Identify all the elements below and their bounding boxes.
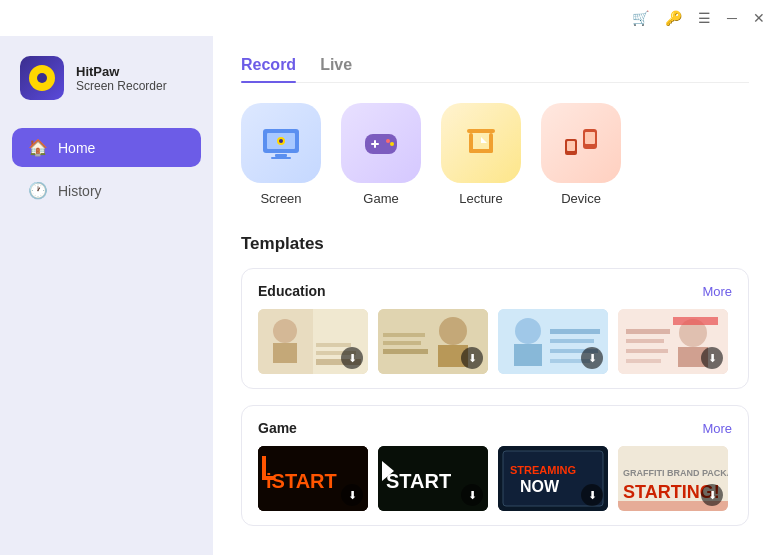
screen-icon — [259, 121, 303, 165]
game-thumb-1: iSTART ⬇ — [258, 446, 368, 511]
app-name: HitPaw — [76, 64, 167, 79]
template-card-education: Education More ⬇ — [241, 268, 749, 389]
svg-point-22 — [273, 319, 297, 343]
svg-rect-36 — [550, 329, 600, 334]
template-education-thumbs: ⬇ ⬇ — [258, 309, 732, 374]
svg-rect-37 — [550, 339, 594, 343]
svg-text:NOW: NOW — [520, 478, 560, 495]
game-download-3[interactable]: ⬇ — [581, 484, 603, 506]
edu-download-1[interactable]: ⬇ — [341, 347, 363, 369]
game-label: Game — [363, 191, 398, 206]
sidebar-logo: HitPaw Screen Recorder — [12, 56, 201, 100]
svg-rect-44 — [626, 339, 664, 343]
template-education-more[interactable]: More — [702, 284, 732, 299]
tab-bar: Record Live — [241, 56, 749, 83]
svg-rect-23 — [273, 343, 297, 363]
lecture-icon-wrap — [441, 103, 521, 183]
svg-rect-11 — [467, 129, 495, 133]
main-layout: HitPaw Screen Recorder 🏠 Home 🕐 History … — [0, 36, 777, 555]
sidebar-item-home[interactable]: 🏠 Home — [12, 128, 201, 167]
svg-rect-31 — [383, 341, 421, 345]
tab-record[interactable]: Record — [241, 56, 296, 82]
svg-point-34 — [515, 318, 541, 344]
game-icon-wrap — [341, 103, 421, 183]
svg-rect-14 — [469, 149, 493, 153]
svg-point-9 — [386, 139, 390, 143]
device-icon — [559, 121, 603, 165]
logo-text: HitPaw Screen Recorder — [76, 64, 167, 93]
svg-point-10 — [390, 142, 394, 146]
content-area: Record Live Screen — [213, 36, 777, 555]
sidebar: HitPaw Screen Recorder 🏠 Home 🕐 History — [0, 36, 213, 555]
mode-screen[interactable]: Screen — [241, 103, 321, 206]
svg-rect-4 — [275, 154, 287, 157]
edu-download-2[interactable]: ⬇ — [461, 347, 483, 369]
game-thumb-4: GRAFFITI BRAND PACKAGE STARTING! ⬇ — [618, 446, 728, 511]
svg-rect-8 — [374, 140, 376, 148]
svg-rect-30 — [383, 349, 428, 354]
svg-rect-45 — [626, 349, 668, 353]
mode-game[interactable]: Game — [341, 103, 421, 206]
titlebar: 🛒 🔑 ☰ ─ ✕ — [0, 0, 777, 36]
key-icon[interactable]: 🔑 — [665, 10, 682, 26]
cart-icon[interactable]: 🛒 — [632, 10, 649, 26]
app-logo-icon — [20, 56, 64, 100]
svg-marker-15 — [481, 137, 487, 143]
sidebar-history-label: History — [58, 183, 102, 199]
edu-thumb-2: ⬇ — [378, 309, 488, 374]
svg-rect-51 — [262, 456, 266, 476]
edu-thumb-4: ⬇ — [618, 309, 728, 374]
device-label: Device — [561, 191, 601, 206]
edu-download-3[interactable]: ⬇ — [581, 347, 603, 369]
logo-inner — [29, 65, 55, 91]
templates-title: Templates — [241, 234, 749, 254]
sidebar-home-label: Home — [58, 140, 95, 156]
template-card-education-header: Education More — [258, 283, 732, 299]
sidebar-item-history[interactable]: 🕐 History — [12, 171, 201, 210]
svg-rect-52 — [262, 476, 274, 480]
svg-text:STREAMING: STREAMING — [510, 464, 576, 476]
tab-live[interactable]: Live — [320, 56, 352, 82]
template-game-title: Game — [258, 420, 297, 436]
mode-device[interactable]: Device — [541, 103, 621, 206]
record-modes: Screen Game — [241, 103, 749, 206]
svg-text:GRAFFITI BRAND PACKAGE: GRAFFITI BRAND PACKAGE — [623, 468, 728, 478]
device-icon-wrap — [541, 103, 621, 183]
menu-icon[interactable]: ☰ — [698, 10, 711, 26]
svg-text:iSTART: iSTART — [266, 470, 337, 492]
home-icon: 🏠 — [28, 138, 48, 157]
svg-rect-32 — [383, 333, 425, 337]
game-download-2[interactable]: ⬇ — [461, 484, 483, 506]
history-icon: 🕐 — [28, 181, 48, 200]
game-download-1[interactable]: ⬇ — [341, 484, 363, 506]
svg-rect-35 — [514, 344, 542, 366]
template-education-title: Education — [258, 283, 326, 299]
lecture-icon — [459, 121, 503, 165]
svg-rect-5 — [271, 157, 291, 159]
game-thumb-2: START ⬇ — [378, 446, 488, 511]
app-subtitle: Screen Recorder — [76, 79, 167, 93]
game-thumb-3: STREAMING NOW ⬇ — [498, 446, 608, 511]
game-icon — [359, 121, 403, 165]
template-card-game: Game More iSTART ⬇ — [241, 405, 749, 526]
screen-icon-wrap — [241, 103, 321, 183]
template-game-thumbs: iSTART ⬇ START ⬇ — [258, 446, 732, 511]
screen-label: Screen — [260, 191, 301, 206]
svg-rect-19 — [567, 141, 575, 151]
edu-download-4[interactable]: ⬇ — [701, 347, 723, 369]
lecture-label: Lecture — [459, 191, 502, 206]
edu-thumb-3: ⬇ — [498, 309, 608, 374]
svg-rect-26 — [316, 343, 351, 347]
mode-lecture[interactable]: Lecture — [441, 103, 521, 206]
svg-point-28 — [439, 317, 467, 345]
minimize-icon[interactable]: ─ — [727, 10, 737, 26]
titlebar-controls: 🛒 🔑 ☰ ─ ✕ — [632, 10, 765, 26]
game-download-4[interactable]: ⬇ — [701, 484, 723, 506]
template-game-more[interactable]: More — [702, 421, 732, 436]
svg-point-3 — [279, 139, 283, 143]
svg-rect-43 — [626, 329, 670, 334]
svg-rect-47 — [673, 317, 718, 325]
close-icon[interactable]: ✕ — [753, 10, 765, 26]
svg-text:START: START — [386, 470, 451, 492]
svg-rect-17 — [585, 132, 595, 144]
